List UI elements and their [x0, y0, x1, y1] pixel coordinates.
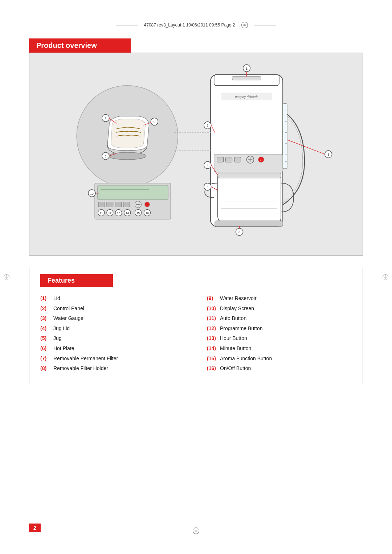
svg-point-50: [145, 202, 150, 207]
feature-num: (7): [40, 355, 53, 362]
feature-label: Lid: [53, 295, 60, 302]
svg-text:11: 11: [99, 212, 103, 215]
feature-label: Minute Button: [220, 345, 251, 352]
feature-label: Control Panel: [53, 305, 84, 312]
svg-rect-45: [115, 202, 122, 207]
feature-num: (6): [40, 345, 53, 352]
svg-rect-43: [98, 202, 105, 207]
feature-label: Aroma Function Button: [220, 355, 272, 362]
product-overview-header: Product overview: [29, 38, 131, 53]
feature-item: (9)Water Reservoir: [207, 294, 352, 304]
feature-label: Programme Button: [220, 325, 263, 332]
corner-mark-tr: [374, 11, 381, 18]
feature-item: (1)Lid: [40, 294, 185, 304]
feature-num: (11): [207, 315, 220, 322]
svg-text:14: 14: [126, 212, 129, 215]
bottom-dash-left: [164, 531, 186, 531]
svg-text:2: 2: [207, 124, 208, 127]
svg-rect-2: [232, 77, 261, 80]
svg-rect-46: [123, 202, 130, 207]
feature-item: (7)Removable Permanent Filter: [40, 354, 185, 364]
feature-label: Water Gauge: [53, 315, 83, 322]
meta-dash-left: [116, 25, 138, 25]
bottom-meta: ⊕: [0, 528, 392, 534]
svg-rect-25: [215, 221, 283, 226]
bottom-dash-right: [206, 531, 228, 531]
diagram-box: morphy richards ⏻: [29, 53, 363, 256]
feature-num: (5): [40, 335, 53, 342]
svg-rect-7: [226, 157, 232, 162]
feature-item: (11)Auto Button: [207, 313, 352, 324]
feature-label: Removable Filter Holder: [53, 365, 108, 372]
meta-compass: ⊕: [241, 22, 248, 28]
bottom-compass: ⊕: [193, 528, 199, 534]
svg-point-27: [109, 152, 146, 160]
feature-item: (6)Hot Plate: [40, 344, 185, 354]
feature-item: (16)On/Off Button: [207, 364, 352, 374]
svg-rect-6: [217, 157, 224, 162]
svg-rect-14: [218, 173, 281, 178]
features-section: Features (1)Lid(2)Control Panel(3)Water …: [29, 267, 363, 384]
meta-line: 47087 rev3_Layout 1 10/06/2011 09:55 Pag…: [29, 22, 363, 28]
registration-left: [4, 274, 9, 280]
svg-text:12: 12: [108, 212, 111, 215]
feature-num: (14): [207, 345, 220, 352]
feature-num: (12): [207, 325, 220, 332]
feature-label: Removable Permanent Filter: [53, 355, 118, 362]
feature-num: (3): [40, 315, 53, 322]
svg-text:5: 5: [207, 185, 208, 189]
svg-text:8: 8: [105, 155, 106, 158]
svg-rect-18: [283, 104, 287, 169]
diagram-svg: morphy richards ⏻: [29, 53, 363, 255]
feature-num: (4): [40, 325, 53, 332]
svg-text:7: 7: [105, 116, 106, 120]
svg-text:4: 4: [207, 164, 208, 167]
svg-text:⏻: ⏻: [260, 159, 262, 161]
feature-label: Jug: [53, 335, 62, 342]
svg-text:16: 16: [146, 212, 149, 215]
feature-label: Water Reservoir: [220, 295, 257, 302]
corner-mark-bl: [11, 536, 18, 543]
corner-mark-br: [374, 536, 381, 543]
corner-mark-tl: [11, 11, 18, 18]
feature-num: (16): [207, 365, 220, 372]
svg-text:morphy richards: morphy richards: [235, 95, 258, 99]
feature-num: (9): [207, 295, 220, 302]
svg-rect-44: [107, 202, 113, 207]
feature-item: (2)Control Panel: [40, 304, 185, 314]
svg-text:15: 15: [136, 212, 140, 215]
feature-item: (4)Jug Lid: [40, 324, 185, 334]
meta-dash-right: [254, 25, 276, 25]
svg-text:13: 13: [117, 212, 120, 215]
svg-text:1: 1: [246, 67, 248, 70]
feature-item: (15)Aroma Function Button: [207, 354, 352, 364]
features-header: Features: [40, 274, 113, 287]
meta-text: 47087 rev3_Layout 1 10/06/2011 09:55 Pag…: [144, 22, 235, 28]
feature-item: (3)Water Gauge: [40, 313, 185, 324]
feature-item: (8)Removable Filter Holder: [40, 364, 185, 374]
features-grid: (1)Lid(2)Control Panel(3)Water Gauge(4)J…: [40, 294, 352, 374]
feature-label: Display Screen: [220, 305, 254, 312]
feature-item: (13)Hour Button: [207, 333, 352, 344]
feature-item: (10)Display Screen: [207, 304, 352, 314]
svg-text:10: 10: [90, 192, 94, 196]
feature-label: Hour Button: [220, 335, 247, 342]
features-col-left: (1)Lid(2)Control Panel(3)Water Gauge(4)J…: [40, 294, 185, 374]
feature-label: On/Off Button: [220, 365, 251, 372]
svg-text:9: 9: [154, 120, 155, 124]
feature-num: (10): [207, 305, 220, 312]
registration-right: [383, 274, 388, 280]
feature-label: Auto Button: [220, 315, 246, 322]
feature-item: (14)Minute Button: [207, 344, 352, 354]
svg-line-74: [287, 140, 325, 154]
feature-label: Hot Plate: [53, 345, 74, 352]
svg-rect-8: [234, 157, 241, 162]
feature-item: (12)Programme Button: [207, 324, 352, 334]
feature-item: (5)Jug: [40, 333, 185, 344]
feature-num: (2): [40, 305, 53, 312]
feature-label: Jug Lid: [53, 325, 70, 332]
svg-rect-40: [98, 185, 168, 200]
features-col-right: (9)Water Reservoir(10)Display Screen(11)…: [207, 294, 352, 374]
feature-num: (8): [40, 365, 53, 372]
feature-num: (15): [207, 355, 220, 362]
